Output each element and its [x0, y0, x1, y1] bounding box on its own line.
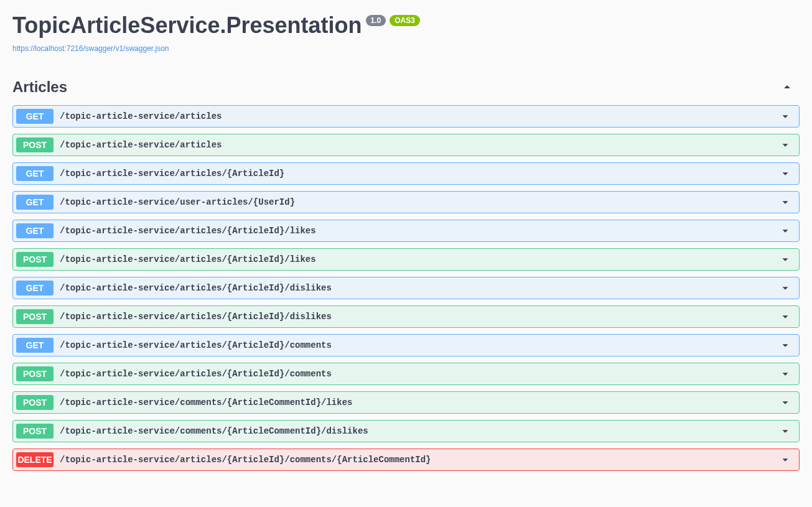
api-title: TopicArticleService.Presentation: [12, 12, 362, 39]
operation-path: /topic-article-service/comments/{Article…: [60, 426, 780, 436]
chevron-down-icon: [780, 340, 791, 351]
operation-row[interactable]: GET/topic-article-service/articles/{Arti…: [12, 334, 800, 356]
title-row: TopicArticleService.Presentation 1.0 OAS…: [12, 12, 800, 39]
operation-path: /topic-article-service/comments/{Article…: [60, 398, 780, 407]
operation-row[interactable]: POST/topic-article-service/articles/{Art…: [12, 248, 800, 271]
chevron-down-icon: [780, 197, 791, 208]
operation-path: /topic-article-service/articles: [60, 140, 780, 150]
operation-row[interactable]: GET/topic-article-service/articles/{Arti…: [12, 220, 800, 242]
version-badge: 1.0: [366, 15, 386, 26]
operation-row[interactable]: GET/topic-article-service/articles/{Arti…: [12, 277, 800, 299]
oas-badge: OAS3: [390, 15, 420, 26]
operation-path: /topic-article-service/user-articles/{Us…: [60, 197, 780, 207]
operation-path: /topic-article-service/articles/{Article…: [60, 369, 780, 379]
operations-list: GET/topic-article-service/articlesPOST/t…: [12, 105, 800, 471]
operation-path: /topic-article-service/articles/{Article…: [60, 169, 780, 179]
chevron-down-icon: [780, 254, 791, 265]
method-badge: POST: [16, 309, 54, 324]
method-badge: POST: [16, 252, 54, 267]
chevron-down-icon: [780, 225, 791, 236]
method-badge: GET: [16, 109, 54, 124]
method-badge: POST: [16, 366, 54, 381]
operation-path: /topic-article-service/articles/{Article…: [60, 455, 780, 465]
operation-row[interactable]: POST/topic-article-service/articles/{Art…: [12, 363, 800, 385]
operation-row[interactable]: POST/topic-article-service/comments/{Art…: [12, 420, 800, 442]
method-badge: GET: [16, 338, 54, 353]
operation-path: /topic-article-service/articles/{Article…: [60, 283, 780, 293]
section-articles-header[interactable]: Articles: [12, 72, 800, 102]
operation-path: /topic-article-service/articles/{Article…: [60, 226, 780, 236]
chevron-down-icon: [780, 282, 791, 294]
operation-path: /topic-article-service/articles: [60, 111, 780, 121]
operation-row[interactable]: GET/topic-article-service/user-articles/…: [12, 191, 800, 213]
method-badge: GET: [16, 195, 54, 210]
chevron-down-icon: [780, 397, 791, 408]
chevron-down-icon: [780, 111, 791, 122]
method-badge: GET: [16, 166, 54, 181]
chevron-down-icon: [780, 139, 791, 151]
operation-row[interactable]: POST/topic-article-service/articles: [12, 134, 800, 156]
method-badge: POST: [16, 395, 54, 410]
method-badge: GET: [16, 223, 54, 238]
chevron-down-icon: [780, 426, 791, 437]
operation-row[interactable]: GET/topic-article-service/articles: [12, 105, 800, 128]
method-badge: DELETE: [16, 452, 54, 467]
spec-url-link[interactable]: https://localhost:7216/swagger/v1/swagge…: [12, 44, 169, 53]
chevron-down-icon: [780, 311, 791, 322]
operation-path: /topic-article-service/articles/{Article…: [60, 340, 780, 350]
section-title: Articles: [12, 78, 67, 96]
chevron-up-icon: [781, 81, 793, 93]
operation-row[interactable]: GET/topic-article-service/articles/{Arti…: [12, 162, 800, 185]
operation-row[interactable]: POST/topic-article-service/articles/{Art…: [12, 305, 800, 328]
chevron-down-icon: [780, 168, 791, 179]
method-badge: POST: [16, 137, 54, 152]
operation-row[interactable]: POST/topic-article-service/comments/{Art…: [12, 391, 800, 414]
operation-path: /topic-article-service/articles/{Article…: [60, 254, 780, 264]
method-badge: GET: [16, 281, 54, 295]
operation-path: /topic-article-service/articles/{Article…: [60, 312, 780, 322]
api-header: TopicArticleService.Presentation 1.0 OAS…: [12, 12, 800, 53]
chevron-down-icon: [780, 454, 791, 465]
chevron-down-icon: [780, 368, 791, 379]
method-badge: POST: [16, 424, 54, 439]
operation-row[interactable]: DELETE/topic-article-service/articles/{A…: [12, 449, 800, 471]
